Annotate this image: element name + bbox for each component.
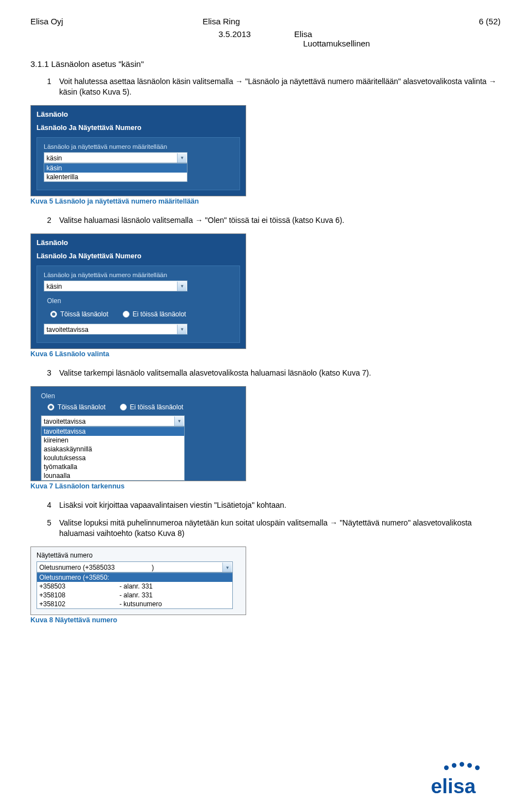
radio-checked-icon [50,311,57,317]
section-heading: 3.1.1 Läsnäolon asetus "käsin" [30,59,501,69]
caption-6: Kuva 6 Läsnäolo valinta [30,350,501,358]
caption-8: Kuva 8 Näytettävä numero [30,616,501,624]
step-3-number: 3 [47,368,59,378]
step-5-text: Valitse lopuksi mitä puhelinnumeroa näyt… [59,518,501,539]
fig6-title: Läsnäolo [37,238,240,247]
fig7-selected: tavoitettavissa [44,418,86,425]
caption-7: Kuva 7 Läsnäolon tarkennus [30,482,501,490]
fig5-selected: käsin [46,154,62,162]
fig5-subtitle: Läsnäolo Ja Näytettävä Numero [37,124,240,132]
radio-unchecked-icon [123,311,129,317]
fig5-dropdown[interactable]: käsin▾ [44,152,233,163]
fig8-selected-left: Oletusnumero (+3585033 [39,564,114,571]
fig6-selected: käsin [46,283,62,290]
header-brand: Elisa [294,29,313,39]
header-company: Elisa Oyj [30,17,63,26]
fig7-option-2[interactable]: asiakaskäynnillä [41,445,184,454]
fig8-row-3[interactable]: +358102 - kutsunumero [37,600,232,608]
header-product: Elisa Ring [202,17,240,26]
elisa-logo: elisa [423,760,501,799]
fig6-field-label: Läsnäolo ja näytettävä numero määritellä… [44,272,233,278]
fig7-listbox[interactable]: tavoitettavissa kiireinen asiakaskäynnil… [41,426,185,481]
fig5-title: Läsnäolo [37,110,240,118]
header-page: 6 (52) [479,17,501,26]
step-2-text: Valitse haluamasi läsnäolo valitsemalla … [59,215,344,226]
chevron-down-icon: ▾ [177,153,186,163]
fig7-radio-toissa[interactable]: Töissä läsnäolot [48,403,106,411]
fig6-radio-ei-toissa[interactable]: Ei töissä läsnäolot [123,310,186,318]
step-1-number: 1 [47,76,59,97]
fig7-option-5[interactable]: lounaalla [41,471,184,480]
svg-point-2 [460,762,464,767]
fig8-label: Näytettävä numero [37,551,240,559]
chevron-down-icon: ▾ [177,282,186,291]
fig8-row-0[interactable]: Oletusnumero (+35850: [37,573,232,582]
svg-point-4 [475,766,480,770]
fig6-dropdown[interactable]: käsin▾ [44,280,233,292]
figure-8: Näytettävä numero Oletusnumero (+3585033… [30,546,246,615]
step-2-number: 2 [47,215,59,226]
fig6-subtitle: Läsnäolo Ja Näytettävä Numero [37,252,240,260]
fig5-option-kalenterilla[interactable]: kalenterilla [44,173,187,181]
caption-5: Kuva 5 Läsnäolo ja näytettävä numero mää… [30,197,501,205]
step-3: 3 Valitse tarkempi läsnäolo valitsemalla… [47,368,501,378]
figure-7: Olen Töissä läsnäolot Ei töissä läsnäolo… [30,386,246,481]
step-4-number: 4 [47,500,59,511]
chevron-down-icon: ▾ [222,563,232,572]
header-date: 3.5.2013 [218,29,251,39]
svg-point-3 [467,763,472,768]
fig8-selected-right: ) [152,564,154,571]
fig6-olen-label: Olen [47,297,233,305]
fig7-olen-label: Olen [41,392,241,400]
fig7-option-1[interactable]: kiireinen [41,436,184,445]
fig8-row-2[interactable]: +358108 - alanr. 331 [37,591,232,600]
step-1: 1 Voit halutessa asettaa läsnäolon käsin… [47,76,501,97]
radio-unchecked-icon [120,404,127,410]
figure-6: Läsnäolo Läsnäolo Ja Näytettävä Numero L… [30,233,246,349]
fig8-row-1[interactable]: +358503 - alanr. 331 [37,582,232,591]
step-1-text: Voit halutessa asettaa läsnäolon käsin v… [59,76,501,97]
fig6-radio-toissa[interactable]: Töissä läsnäolot [50,310,108,318]
fig8-dropdown[interactable]: Oletusnumero (+3585033 ) ▾ [37,561,240,572]
fig7-dropdown[interactable]: tavoitettavissa▾ [41,415,241,426]
fig6-status-dropdown[interactable]: tavoitettavissa▾ [44,324,233,335]
step-5: 5 Valitse lopuksi mitä puhelinnumeroa nä… [47,518,501,539]
svg-point-1 [452,763,456,768]
fig5-field-label: Läsnäolo ja näytettävä numero määritellä… [44,143,233,150]
step-4: 4 Lisäksi voit kirjoittaa vapaavalintais… [47,500,501,511]
fig8-listbox[interactable]: Oletusnumero (+35850: +358503 - alanr. 3… [37,572,233,609]
fig7-option-3[interactable]: koulutuksessa [41,454,184,462]
svg-text:elisa: elisa [431,775,476,798]
fig7-option-0[interactable]: tavoitettavissa [41,427,184,436]
fig7-radio-ei-toissa[interactable]: Ei töissä läsnäolot [120,403,184,411]
fig5-listbox[interactable]: käsin kalenterilla [44,163,188,182]
svg-point-0 [444,766,449,770]
step-5-number: 5 [47,518,59,539]
chevron-down-icon: ▾ [177,325,186,334]
radio-checked-icon [48,404,54,410]
fig7-option-4[interactable]: työmatkalla [41,462,184,471]
step-3-text: Valitse tarkempi läsnäolo valitsemalla a… [59,368,371,378]
chevron-down-icon: ▾ [174,417,184,426]
fig6-status-selected: tavoitettavissa [46,326,88,334]
header-confidential: Luottamuksellinen [303,39,501,48]
figure-5: Läsnäolo Läsnäolo Ja Näytettävä Numero L… [30,105,246,196]
step-2: 2 Valitse haluamasi läsnäolo valitsemall… [47,215,501,226]
fig5-option-kasin[interactable]: käsin [44,164,187,173]
step-4-text: Lisäksi voit kirjoittaa vapaavalintaisen… [59,500,287,511]
